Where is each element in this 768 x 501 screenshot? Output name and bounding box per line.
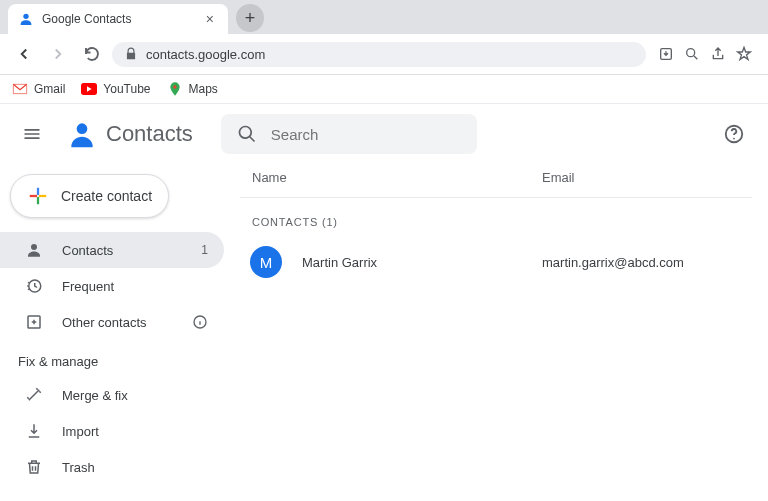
sidebar-item-contacts[interactable]: Contacts 1 <box>0 232 224 268</box>
lock-icon <box>124 47 138 61</box>
section-label-manage: Fix & manage <box>0 340 240 377</box>
sidebar-item-other[interactable]: Other contacts <box>0 304 224 340</box>
install-icon[interactable] <box>658 46 674 62</box>
sidebar-item-merge[interactable]: Merge & fix <box>0 377 224 413</box>
sidebar-item-frequent[interactable]: Frequent <box>0 268 224 304</box>
group-label: CONTACTS (1) <box>240 198 752 238</box>
avatar: M <box>250 246 282 278</box>
search-input[interactable] <box>271 126 461 143</box>
app: Contacts Create contact Contacts <box>0 104 768 495</box>
browser-nav-bar: contacts.google.com <box>0 34 768 75</box>
back-button[interactable] <box>10 40 38 68</box>
star-icon[interactable] <box>736 46 752 62</box>
person-icon <box>24 241 44 259</box>
create-contact-button[interactable]: Create contact <box>10 174 169 218</box>
app-logo[interactable]: Contacts <box>66 118 193 150</box>
browser-chrome: Google Contacts × + contacts.google.com <box>0 0 768 104</box>
svg-point-8 <box>31 244 37 250</box>
app-body: Create contact Contacts 1 Frequent Other… <box>0 164 768 495</box>
forward-button[interactable] <box>44 40 72 68</box>
nav-label: Other contacts <box>62 315 147 330</box>
gmail-icon <box>12 81 28 97</box>
sidebar-item-trash[interactable]: Trash <box>0 449 224 485</box>
col-header-email[interactable]: Email <box>542 170 752 185</box>
contacts-icon <box>66 118 98 150</box>
contact-email: martin.garrix@abcd.com <box>542 255 752 270</box>
col-header-name[interactable]: Name <box>252 170 542 185</box>
svg-point-7 <box>733 138 735 140</box>
nav-label: Trash <box>62 460 95 475</box>
nav-label: Merge & fix <box>62 388 128 403</box>
nav-label: Frequent <box>62 279 114 294</box>
bookmarks-bar: Gmail YouTube Maps <box>0 75 768 104</box>
tab-title: Google Contacts <box>42 12 194 26</box>
youtube-icon <box>81 81 97 97</box>
svg-point-0 <box>23 14 28 19</box>
browser-tab[interactable]: Google Contacts × <box>8 4 228 34</box>
archive-icon <box>24 313 44 331</box>
nav-count: 1 <box>201 243 208 257</box>
menu-button[interactable] <box>12 114 52 154</box>
reload-button[interactable] <box>78 40 106 68</box>
zoom-icon[interactable] <box>684 46 700 62</box>
bookmark-label: Gmail <box>34 82 65 96</box>
contact-name: Martin Garrix <box>302 255 542 270</box>
contacts-favicon-icon <box>18 11 34 27</box>
new-tab-button[interactable]: + <box>236 4 264 32</box>
trash-icon <box>24 458 44 476</box>
close-icon[interactable]: × <box>202 11 218 27</box>
app-header: Contacts <box>0 104 768 164</box>
bookmark-youtube[interactable]: YouTube <box>81 81 150 97</box>
main-content: Name Email CONTACTS (1) M Martin Garrix … <box>240 164 768 495</box>
plus-icon <box>27 185 49 207</box>
search-icon <box>237 124 257 144</box>
svg-point-5 <box>77 123 88 134</box>
column-headers: Name Email <box>240 164 752 198</box>
download-icon <box>24 422 44 440</box>
history-icon <box>24 277 44 295</box>
bookmark-label: Maps <box>189 82 218 96</box>
sidebar: Create contact Contacts 1 Frequent Other… <box>0 164 240 495</box>
app-title: Contacts <box>106 121 193 147</box>
maps-icon <box>167 81 183 97</box>
svg-point-2 <box>687 49 695 57</box>
bookmark-label: YouTube <box>103 82 150 96</box>
nav-label: Import <box>62 424 99 439</box>
tab-bar: Google Contacts × + <box>0 0 768 34</box>
share-icon[interactable] <box>710 46 726 62</box>
bookmark-gmail[interactable]: Gmail <box>12 81 65 97</box>
create-label: Create contact <box>61 188 152 204</box>
omnibox-actions <box>652 46 758 62</box>
address-bar[interactable]: contacts.google.com <box>112 42 646 67</box>
table-row[interactable]: M Martin Garrix martin.garrix@abcd.com <box>240 238 752 286</box>
url-text: contacts.google.com <box>146 47 265 62</box>
wand-icon <box>24 386 44 404</box>
nav-label: Contacts <box>62 243 113 258</box>
help-button[interactable] <box>716 116 752 152</box>
bookmark-maps[interactable]: Maps <box>167 81 218 97</box>
search-box[interactable] <box>221 114 477 154</box>
sidebar-item-import[interactable]: Import <box>0 413 224 449</box>
info-icon[interactable] <box>192 314 208 330</box>
svg-point-4 <box>173 85 176 88</box>
